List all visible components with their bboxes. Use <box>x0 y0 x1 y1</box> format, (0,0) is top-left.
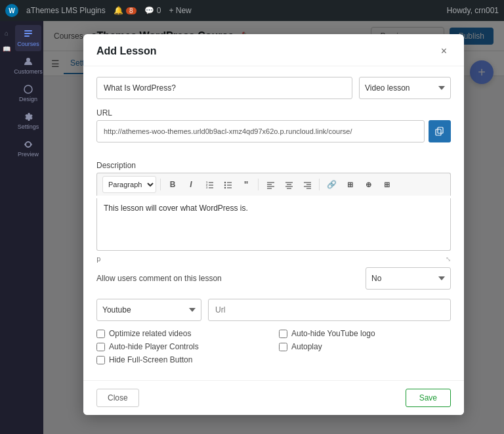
svg-text:3: 3 <box>206 186 208 189</box>
admin-bar: W aThemes LMS Plugins 🔔 8 💬 0 + New Howd… <box>0 0 504 21</box>
sidebar-item-courses[interactable]: Courses <box>15 25 41 51</box>
lesson-name-input[interactable] <box>96 77 352 99</box>
checkbox-grid: Optimize related videos Auto-hide YouTub… <box>96 329 451 364</box>
editor-footer: p ⤡ <box>96 255 451 263</box>
bold-button[interactable]: B <box>165 177 180 192</box>
table-button[interactable]: ⊞ <box>342 177 358 192</box>
close-modal-button[interactable]: Close <box>96 389 139 407</box>
modal-close-button[interactable]: × <box>437 45 451 58</box>
sidebar-courses-label: Courses <box>17 41 39 47</box>
url-copy-button[interactable] <box>429 120 451 142</box>
modal-title: Add Lesson <box>96 45 157 57</box>
svg-point-4 <box>24 85 32 93</box>
svg-rect-0 <box>24 30 32 32</box>
sidebar-home-icon[interactable]: ⌂ <box>0 26 13 39</box>
comment-label: Allow users comment on this lesson <box>96 274 222 283</box>
sidebar-item-settings[interactable]: Settings <box>15 108 41 134</box>
sidebar-item-customers[interactable]: Customers <box>15 53 41 79</box>
notifications-count: 8 <box>126 7 136 14</box>
sidebar-customers-label: Customers <box>14 68 43 75</box>
toolbar-sep-1 <box>160 179 161 190</box>
resize-handle[interactable]: ⤡ <box>446 255 451 263</box>
autohide-controls-label[interactable]: Auto-hide Player Controls <box>96 342 268 351</box>
modal-header: Add Lesson × <box>83 34 464 66</box>
description-group: Description Paragraph Heading 1 Heading … <box>96 161 451 263</box>
more-button[interactable]: ⊕ <box>360 177 376 192</box>
comment-select[interactable]: No Yes <box>366 267 451 290</box>
url-label: URL <box>96 108 451 118</box>
save-modal-button[interactable]: Save <box>406 389 451 407</box>
notifications-icon[interactable]: 🔔 8 <box>114 6 136 15</box>
youtube-url-row: Youtube Vimeo Self Hosted <box>96 299 451 321</box>
user-greeting[interactable]: Howdy, crn001 <box>447 6 499 15</box>
lesson-type-select[interactable]: Video lesson Text lesson Quiz <box>359 77 451 99</box>
sidebar-book-icon[interactable]: 📖 <box>0 42 13 55</box>
nav-sidebar: Courses Customers Design Settings Previe… <box>13 21 43 434</box>
video-url-input[interactable] <box>208 299 451 321</box>
add-lesson-modal: Add Lesson × Video lesson Text lesson Qu… <box>83 34 464 415</box>
url-input[interactable] <box>96 120 425 142</box>
hide-fullscreen-label[interactable]: Hide Full-Screen Button <box>96 355 268 364</box>
grid-button[interactable]: ⊞ <box>379 177 394 192</box>
sidebar-item-preview[interactable]: Preview <box>15 135 41 162</box>
ol-button[interactable]: 123 <box>201 177 217 192</box>
svg-rect-6 <box>436 129 441 135</box>
svg-point-15 <box>224 184 225 185</box>
optimize-related-text: Optimize related videos <box>109 329 191 338</box>
autohide-logo-label[interactable]: Auto-hide YouTube logo <box>279 329 451 338</box>
sidebar-settings-label: Settings <box>18 123 39 130</box>
comments-icon[interactable]: 💬 0 <box>144 6 161 15</box>
site-name[interactable]: aThemes LMS Plugins <box>26 6 106 15</box>
link-button[interactable]: 🔗 <box>324 177 339 192</box>
optimize-related-label[interactable]: Optimize related videos <box>96 329 268 338</box>
ul-button[interactable] <box>220 177 236 192</box>
align-center-button[interactable] <box>281 177 297 192</box>
align-right-button[interactable] <box>299 177 315 192</box>
autohide-controls-text: Auto-hide Player Controls <box>109 342 199 351</box>
sidebar-item-design[interactable]: Design <box>15 80 41 106</box>
autohide-logo-checkbox[interactable] <box>279 330 287 338</box>
hide-fullscreen-checkbox[interactable] <box>96 356 105 364</box>
italic-button[interactable]: I <box>183 177 199 192</box>
svg-rect-5 <box>438 127 443 133</box>
autoplay-checkbox[interactable] <box>279 343 287 351</box>
lesson-name-type-row: Video lesson Text lesson Quiz <box>96 77 451 99</box>
editor-toolbar: Paragraph Heading 1 Heading 2 B I 123 <box>96 173 451 196</box>
hide-fullscreen-text: Hide Full-Screen Button <box>109 355 192 364</box>
icon-sidebar: ⌂ 📖 <box>0 21 13 434</box>
sidebar-design-label: Design <box>19 96 37 102</box>
url-row <box>96 120 451 142</box>
editor-area[interactable]: This lesson will cover what WordPress is… <box>96 198 451 251</box>
toolbar-sep-2 <box>258 179 259 190</box>
description-label: Description <box>96 161 451 170</box>
paragraph-select[interactable]: Paragraph Heading 1 Heading 2 <box>102 176 156 193</box>
main-content: Courses aThemes WordPress Course ✏️ Prev… <box>43 21 504 434</box>
autohide-controls-checkbox[interactable] <box>96 343 105 351</box>
modal-overlay: Add Lesson × Video lesson Text lesson Qu… <box>43 21 504 434</box>
editor-content: This lesson will cover what WordPress is… <box>104 204 444 213</box>
toolbar-sep-3 <box>319 179 320 190</box>
align-left-button[interactable] <box>262 177 278 192</box>
editor-tag: p <box>96 255 101 263</box>
autohide-logo-text: Auto-hide YouTube logo <box>291 329 375 338</box>
comment-row: Allow users comment on this lesson No Ye… <box>96 267 451 290</box>
svg-rect-1 <box>24 33 32 34</box>
modal-footer: Close Save <box>83 380 464 415</box>
video-source-select[interactable]: Youtube Vimeo Self Hosted <box>96 299 201 321</box>
sidebar-preview-label: Preview <box>18 151 39 158</box>
modal-body: Video lesson Text lesson Quiz URL <box>83 66 464 380</box>
quote-button[interactable]: " <box>238 177 254 192</box>
svg-point-13 <box>224 181 225 183</box>
svg-rect-2 <box>24 35 30 37</box>
copy-icon <box>435 127 444 136</box>
optimize-related-checkbox[interactable] <box>96 330 105 338</box>
new-button[interactable]: + New <box>169 6 191 15</box>
svg-point-17 <box>224 186 225 188</box>
wp-logo: W <box>5 4 18 17</box>
autoplay-label[interactable]: Autoplay <box>279 342 451 351</box>
comments-count: 0 <box>157 6 161 15</box>
autoplay-text: Autoplay <box>291 342 322 351</box>
url-group: URL <box>96 108 451 152</box>
